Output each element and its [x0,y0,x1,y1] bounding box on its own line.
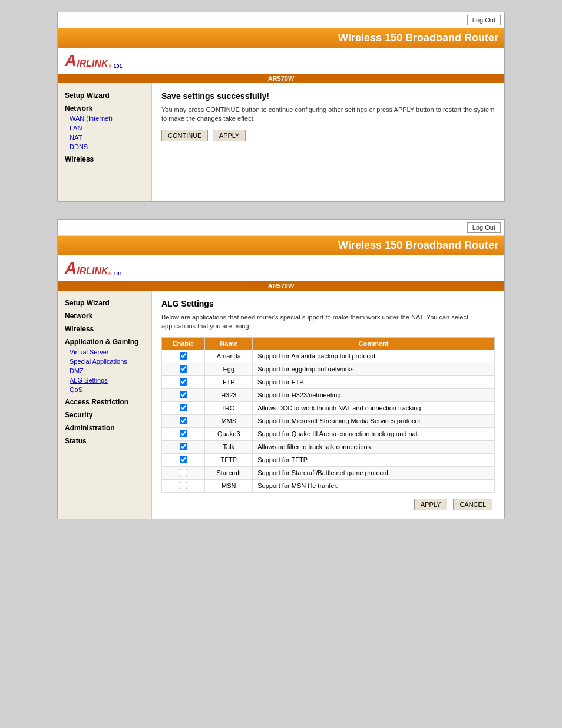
enable-checkbox[interactable] [180,456,187,463]
panel1-header: Wireless 150 Broadband Router [58,28,504,48]
panel1-body: Setup Wizard Network WAN (Internet) LAN … [58,83,504,201]
panel1-header-top: Log Out [58,12,504,28]
sidebar2-special-apps[interactable]: Special Applications [58,357,151,366]
enable-checkbox[interactable] [180,417,187,424]
comment-cell: Allows netfilter to track talk connectio… [253,440,495,453]
enable-checkbox[interactable] [180,378,187,386]
panel1-continue-button[interactable]: CONTINUE [161,130,208,141]
sidebar2-setup-wizard[interactable]: Setup Wizard [58,298,151,308]
panel2-title: Wireless 150 Broadband Router [64,239,498,252]
sidebar2-status[interactable]: Status [58,436,151,446]
sidebar2-network[interactable]: Network [58,311,151,321]
enable-cell [162,479,205,492]
sidebar1-wireless[interactable]: Wireless [58,154,151,164]
logo-101: 101 [113,63,122,69]
logo-a-letter: A [65,52,77,69]
enable-checkbox[interactable] [180,469,187,476]
table-row: TalkAllows netfilter to track talk conne… [162,440,495,453]
enable-checkbox[interactable] [180,352,187,360]
panel1-content-title: Save settings successfully! [161,91,495,101]
panel2-model-badge: AR570W [58,281,504,291]
cancel-button[interactable]: CANCEL [453,499,492,510]
panel1-model-badge: AR570W [58,74,504,83]
enable-cell [162,401,205,414]
sidebar2-app-gaming[interactable]: Application & Gaming [58,337,151,347]
panel1-logout-button[interactable]: Log Out [467,15,501,25]
panel2-content: ALG Settings Below are applications that… [152,291,504,519]
panel2-header: Wireless 150 Broadband Router [58,236,504,255]
panel1-apply-button[interactable]: APPLY [213,130,246,141]
comment-cell: Allows DCC to work though NAT and connec… [253,401,495,414]
panel1-content-desc: You may press CONTINUE button to continu… [161,106,495,124]
sidebar1-nat[interactable]: NAT [58,133,151,142]
table-row: StarcraftSupport for Starcraft/Battle.ne… [162,466,495,479]
sidebar1-ddns[interactable]: DDNS [58,142,151,151]
name-cell: Starcraft [205,466,253,479]
panel2-logo-irlink: IRLINK [77,266,108,276]
name-cell: Quake3 [205,427,253,440]
col-comment: Comment [253,337,495,350]
sidebar1-wan[interactable]: WAN (Internet) [58,114,151,123]
sidebar1-setup-wizard[interactable]: Setup Wizard [58,90,151,101]
sidebar1-lan[interactable]: LAN [58,123,151,133]
enable-cell [162,466,205,479]
comment-cell: Support for Microsoft Streaming Media Se… [253,414,495,427]
sidebar2-administration[interactable]: Administration [58,423,151,433]
enable-cell [162,440,205,453]
table-row: MMSSupport for Microsoft Streaming Media… [162,414,495,427]
comment-cell: Support for H323/netmeeting. [253,388,495,401]
sidebar2-wireless[interactable]: Wireless [58,324,151,334]
panel2-content-title: ALG Settings [161,299,495,308]
sidebar2-qos[interactable]: QoS [58,385,151,394]
col-name: Name [205,337,253,350]
panel2-content-desc: Below are applications that need router'… [161,313,495,331]
table-row: IRCAllows DCC to work though NAT and con… [162,401,495,414]
panel2-logo-reg: ® [108,271,112,276]
enable-cell [162,363,205,375]
panel1-logo-row: A IRLINK ® 101 [58,48,504,74]
sidebar2-virtual-server[interactable]: Virtual Server [58,347,151,357]
col-enable: Enable [162,337,205,350]
panel1-title: Wireless 150 Broadband Router [64,32,498,44]
alg-table: Enable Name Comment AmandaSupport for Am… [161,337,495,493]
enable-checkbox[interactable] [180,443,187,450]
comment-cell: Support for FTP. [253,375,495,388]
enable-checkbox[interactable] [180,430,187,437]
panel2-logo-101: 101 [113,271,122,276]
table-row: MSNSupport for MSN file tranfer. [162,479,495,492]
sidebar2-access-restriction[interactable]: Access Restriction [58,397,151,407]
name-cell: H323 [205,388,253,401]
enable-cell [162,350,205,363]
panel2-sidebar: Setup Wizard Network Wireless Applicatio… [58,291,152,519]
page-wrapper: Log Out Wireless 150 Broadband Router A … [0,0,562,531]
panel2-header-top: Log Out [58,220,504,236]
sidebar1-network[interactable]: Network [58,103,151,114]
table-row: H323Support for H323/netmeeting. [162,388,495,401]
table-row: AmandaSupport for Amanda backup tool pro… [162,350,495,363]
enable-cell [162,414,205,427]
panel2-logout-button[interactable]: Log Out [467,222,501,233]
name-cell: IRC [205,401,253,414]
enable-checkbox[interactable] [180,365,187,373]
table-row: EggSupport for eggdrop bot networks. [162,363,495,375]
name-cell: MMS [205,414,253,427]
enable-checkbox[interactable] [180,404,187,411]
name-cell: MSN [205,479,253,492]
enable-cell [162,388,205,401]
name-cell: Talk [205,440,253,453]
sidebar2-alg-settings[interactable]: ALG Settings [58,375,151,385]
name-cell: Amanda [205,350,253,363]
apply-button[interactable]: APPLY [414,499,448,510]
enable-checkbox[interactable] [180,482,187,489]
sidebar2-dmz[interactable]: DMZ [58,366,151,375]
apply-cancel-row: APPLY CANCEL [161,499,495,510]
panel2-body: Setup Wizard Network Wireless Applicatio… [58,291,504,519]
enable-checkbox[interactable] [180,391,187,398]
panel1-logo: A IRLINK ® 101 [65,52,123,69]
comment-cell: Support for eggdrop bot networks. [253,363,495,375]
panel2-logo: A IRLINK ® 101 [65,260,123,276]
sidebar2-security[interactable]: Security [58,410,151,420]
comment-cell: Support for Amanda backup tool protocol. [253,350,495,363]
panel1-btn-row: CONTINUE APPLY [161,130,495,141]
table-row: FTPSupport for FTP. [162,375,495,388]
